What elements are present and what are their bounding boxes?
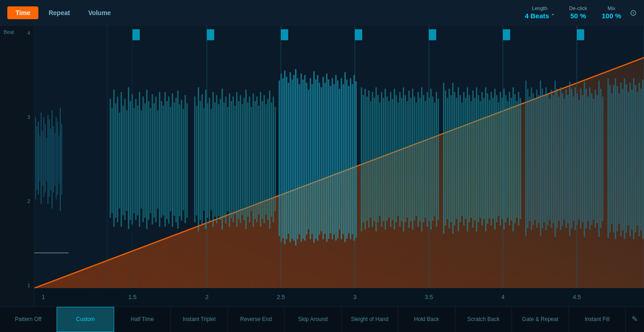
svg-rect-250 <box>534 99 536 220</box>
svg-rect-269 <box>569 81 570 236</box>
svg-rect-237 <box>507 101 508 218</box>
svg-rect-73 <box>198 87 199 231</box>
length-label: Length <box>532 5 548 11</box>
svg-rect-200 <box>436 92 437 227</box>
svg-rect-32 <box>117 96 118 222</box>
svg-rect-58 <box>164 92 166 227</box>
svg-rect-144 <box>330 86 331 233</box>
svg-rect-255 <box>544 95 545 222</box>
mix-value[interactable]: 100 % <box>602 12 621 20</box>
svg-rect-125 <box>295 69 296 246</box>
svg-rect-173 <box>386 96 388 221</box>
svg-rect-153 <box>346 80 348 239</box>
svg-rect-126 <box>297 78 298 239</box>
svg-rect-289 <box>609 85 611 232</box>
svg-rect-221 <box>478 95 479 222</box>
svg-rect-290 <box>611 93 612 224</box>
btn-instant-triplet[interactable]: Instant Triplet <box>171 307 227 332</box>
svg-rect-60 <box>168 96 169 224</box>
declick-value[interactable]: 50 % <box>570 12 586 20</box>
svg-rect-104 <box>254 101 256 219</box>
svg-rect-260 <box>553 95 554 223</box>
svg-rect-171 <box>383 98 384 221</box>
waveform-svg: 1.5 2 2.5 3 3.5 4 4.5 1 <box>34 26 644 306</box>
svg-rect-64 <box>175 98 177 222</box>
length-value[interactable]: 4 Beats ⌃ <box>525 12 554 20</box>
svg-rect-197 <box>430 89 432 230</box>
svg-rect-247 <box>529 96 530 221</box>
svg-rect-135 <box>313 71 315 243</box>
svg-rect-80 <box>211 109 212 210</box>
svg-rect-239 <box>511 98 512 220</box>
svg-text:1.5: 1.5 <box>128 294 137 300</box>
svg-rect-54 <box>157 110 158 209</box>
svg-rect-81 <box>212 92 214 227</box>
btn-pattern-off[interactable]: Pattern Off <box>0 307 57 332</box>
svg-rect-263 <box>558 96 560 221</box>
mix-label: Mix <box>607 5 615 11</box>
svg-rect-165 <box>372 92 373 227</box>
waveform-display[interactable]: 1.5 2 2.5 3 3.5 4 4.5 1 <box>34 26 644 306</box>
btn-sleight-of-hand[interactable]: Sleight of Hand <box>342 307 398 332</box>
svg-rect-166 <box>374 98 375 221</box>
svg-rect-274 <box>578 100 580 220</box>
btn-skip-around[interactable]: Skip Around <box>285 307 341 332</box>
btn-instant-fill[interactable]: Instant Fill <box>569 307 626 332</box>
svg-rect-204 <box>447 98 448 219</box>
svg-rect-158 <box>355 81 357 238</box>
svg-rect-162 <box>366 96 368 221</box>
svg-rect-281 <box>591 93 592 225</box>
svg-rect-35 <box>122 106 124 215</box>
svg-rect-59 <box>166 101 168 219</box>
svg-rect-72 <box>196 106 197 215</box>
svg-rect-121 <box>288 83 289 234</box>
svg-rect-235 <box>503 89 505 230</box>
svg-rect-193 <box>423 95 424 222</box>
svg-rect-168 <box>377 95 379 222</box>
svg-rect-228 <box>491 92 492 225</box>
svg-rect-183 <box>405 95 406 222</box>
svg-rect-19 <box>50 129 51 190</box>
svg-rect-265 <box>562 93 563 226</box>
svg-rect-192 <box>421 87 422 231</box>
svg-rect-212 <box>461 102 463 216</box>
svg-text:2: 2 <box>205 294 208 300</box>
btn-scratch-back[interactable]: Scratch Back <box>455 307 512 332</box>
btn-custom[interactable]: Custom <box>57 307 114 332</box>
svg-rect-177 <box>394 89 395 230</box>
svg-rect-327 <box>34 288 644 306</box>
btn-gate-repeat[interactable]: Gate & Repeat <box>512 307 569 332</box>
svg-rect-102 <box>251 107 252 211</box>
svg-text:4.5: 4.5 <box>573 294 581 300</box>
tab-time[interactable]: Time <box>7 6 38 19</box>
svg-rect-152 <box>344 72 346 242</box>
svg-text:4: 4 <box>501 294 504 300</box>
svg-rect-53 <box>155 96 157 222</box>
btn-hold-back[interactable]: Hold Back <box>398 307 455 332</box>
length-stat: Length 4 Beats ⌃ <box>525 5 554 20</box>
btn-half-time[interactable]: Half Time <box>114 307 171 332</box>
tab-volume[interactable]: Volume <box>80 6 119 19</box>
svg-rect-91 <box>231 101 232 218</box>
btn-reverse-end[interactable]: Reverse End <box>228 307 285 332</box>
header-stats: Length 4 Beats ⌃ De-click 50 % Mix 100 % <box>525 5 621 20</box>
svg-rect-131 <box>306 83 307 235</box>
svg-rect-297 <box>624 78 625 239</box>
tab-repeat[interactable]: Repeat <box>40 6 78 19</box>
svg-rect-106 <box>258 106 259 214</box>
svg-rect-256 <box>545 87 547 230</box>
svg-rect-261 <box>554 80 556 237</box>
svg-rect-26 <box>60 108 61 211</box>
svg-rect-296 <box>622 89 623 230</box>
svg-marker-319 <box>207 29 214 40</box>
svg-rect-123 <box>291 80 293 239</box>
svg-rect-28 <box>110 99 111 218</box>
menu-icon[interactable]: ⊙ <box>630 8 637 18</box>
svg-rect-222 <box>480 101 481 218</box>
svg-rect-101 <box>249 96 250 222</box>
edit-icon-button[interactable]: ✎ <box>626 307 644 332</box>
svg-rect-21 <box>53 126 54 193</box>
svg-rect-25 <box>58 135 59 183</box>
svg-rect-288 <box>607 78 609 238</box>
svg-rect-151 <box>343 84 344 234</box>
